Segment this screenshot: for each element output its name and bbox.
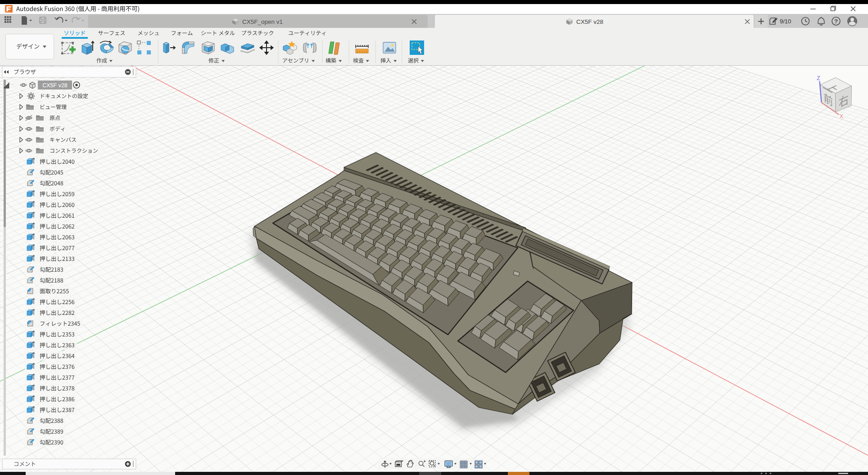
svg-text:9/10: 9/10: [780, 18, 791, 25]
svg-text:Z: Z: [817, 75, 820, 81]
svg-text:CX5F_open v1: CX5F_open v1: [242, 18, 283, 25]
svg-text:?: ?: [834, 18, 838, 25]
svg-text:X: X: [840, 113, 843, 120]
svg-text:CX5F v28: CX5F v28: [42, 82, 68, 89]
svg-text:CX5F v28: CX5F v28: [576, 18, 603, 25]
